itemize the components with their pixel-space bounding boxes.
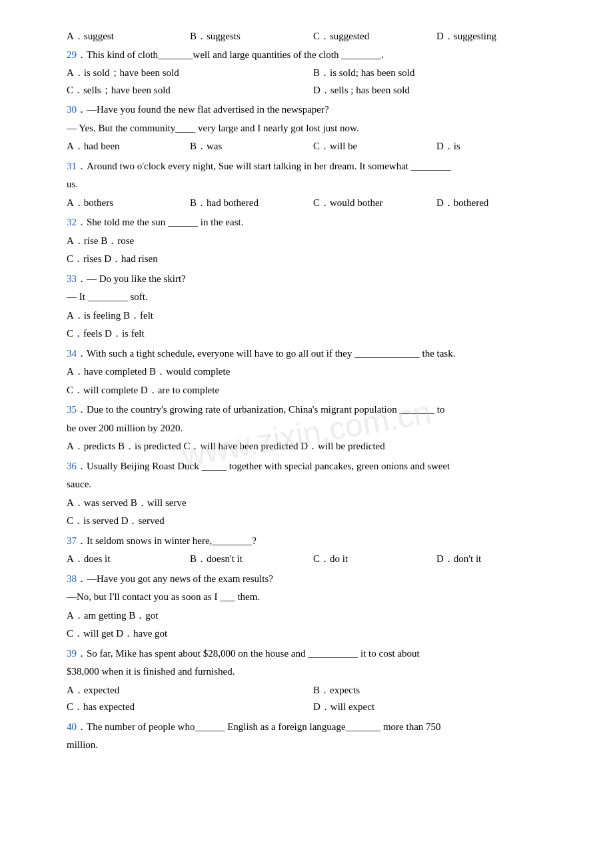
- options-row: C．feels D．is felt: [67, 325, 560, 343]
- question-text-cont: be over 200 million by 2020.: [67, 420, 560, 437]
- question-37: 37．It seldom snows in winter here,______…: [67, 533, 560, 568]
- option-item: A．rise B．rose: [67, 235, 134, 246]
- question-text: 29．This kind of cloth_______well and lar…: [67, 47, 560, 64]
- intro-options: A．suggest B．suggests C．suggested D．sugge…: [67, 28, 560, 45]
- question-text: 40．The number of people who______ Englis…: [67, 719, 560, 736]
- question-text2: — It ________ soft.: [67, 289, 560, 306]
- question-31: 31．Around two o'clock every night, Sue w…: [67, 158, 560, 212]
- options-row: A．had been B．was C．will be D．is: [67, 138, 560, 155]
- option-item: A．bothers: [67, 195, 190, 212]
- question-35: 35．Due to the country's growing rate of …: [67, 401, 560, 455]
- option-item: B．is sold; has been sold: [313, 65, 560, 82]
- option-item: D．will expect: [313, 699, 560, 716]
- option-item: B．was: [190, 138, 313, 155]
- question-text: 37．It seldom snows in winter here,______…: [67, 533, 560, 550]
- options-row: A．rise B．rose: [67, 233, 560, 250]
- options-row: A．does it B．doesn't it C．do it D．don't i…: [67, 551, 560, 568]
- option-item: A．have completed B．would complete: [67, 366, 230, 377]
- option-item: C．has expected: [67, 699, 313, 716]
- option-item: C．would bother: [313, 195, 436, 212]
- options-row: C．rises D．had risen: [67, 251, 560, 268]
- question-text-cont: million.: [67, 737, 560, 754]
- options-row: A．am getting B．got: [67, 607, 560, 625]
- option-item: C．will be: [313, 138, 436, 155]
- question-29: 29．This kind of cloth_______well and lar…: [67, 47, 560, 99]
- option-item: C．sells；have been sold: [67, 82, 313, 99]
- option-item: B．had bothered: [190, 195, 313, 212]
- option-item: C．suggested: [313, 28, 436, 45]
- question-text: 36．Usually Beijing Roast Duck _____ toge…: [67, 458, 560, 475]
- option-item: A．was served B．will serve: [67, 497, 187, 508]
- question-text: 39．So far, Mike has spent about $28,000 …: [67, 645, 560, 663]
- option-item: B．suggests: [190, 28, 313, 45]
- option-item: A．suggest: [67, 28, 190, 45]
- option-item: A．had been: [67, 138, 190, 155]
- option-item: A．is sold；have been sold: [67, 65, 313, 82]
- question-text: 35．Due to the country's growing rate of …: [67, 401, 560, 419]
- option-item: A．predicts B．is predicted C．will have be…: [67, 441, 385, 451]
- question-30: 30．—Have you found the new flat advertis…: [67, 101, 560, 155]
- option-item: A．expected: [67, 682, 313, 699]
- question-text: 30．—Have you found the new flat advertis…: [67, 101, 560, 119]
- question-text: 38．—Have you got any news of the exam re…: [67, 571, 560, 588]
- question-text-cont: us.: [67, 176, 560, 193]
- options-row: A．expected B．expects C．has expected D．wi…: [67, 682, 560, 716]
- options-row: C．will complete D．are to complete: [67, 382, 560, 399]
- option-item: D．is: [436, 138, 560, 155]
- question-33: 33．— Do you like the skirt? — It _______…: [67, 271, 560, 343]
- option-item: B．doesn't it: [190, 551, 313, 568]
- question-text2: —No, but I'll contact you as soon as I _…: [67, 589, 560, 606]
- option-item: C．rises D．had risen: [67, 253, 158, 264]
- question-text: 31．Around two o'clock every night, Sue w…: [67, 158, 560, 175]
- option-item: C．will get D．have got: [67, 628, 167, 639]
- options-row: A．bothers B．had bothered C．would bother …: [67, 195, 560, 212]
- options-row: A．was served B．will serve: [67, 495, 560, 512]
- option-item: B．expects: [313, 682, 560, 699]
- question-text-cont: sauce.: [67, 476, 560, 493]
- options-row: A．have completed B．would complete: [67, 363, 560, 381]
- option-item: D．don't it: [436, 551, 560, 568]
- question-text-cont: $38,000 when it is finished and furnishe…: [67, 663, 560, 681]
- option-item: A．is feeling B．felt: [67, 310, 153, 321]
- question-text: 33．— Do you like the skirt?: [67, 271, 560, 288]
- question-40: 40．The number of people who______ Englis…: [67, 719, 560, 754]
- question-text: 32．She told me the sun ______ in the eas…: [67, 214, 560, 231]
- question-text: 34．With such a tight schedule, everyone …: [67, 345, 560, 363]
- options-row: C．is served D．served: [67, 513, 560, 530]
- question-34: 34．With such a tight schedule, everyone …: [67, 345, 560, 399]
- options-row: A．predicts B．is predicted C．will have be…: [67, 438, 560, 455]
- option-item: C．is served D．served: [67, 515, 165, 526]
- option-item: C．will complete D．are to complete: [67, 385, 219, 395]
- option-item: D．bothered: [436, 195, 560, 212]
- question-36: 36．Usually Beijing Roast Duck _____ toge…: [67, 458, 560, 530]
- question-text2: — Yes. But the community____ very large …: [67, 120, 560, 137]
- options-row: A．is sold；have been sold B．is sold; has …: [67, 65, 560, 99]
- question-32: 32．She told me the sun ______ in the eas…: [67, 214, 560, 268]
- option-item: D．suggesting: [436, 28, 560, 45]
- options-row: A．is feeling B．felt: [67, 307, 560, 325]
- option-item: C．feels D．is felt: [67, 328, 145, 339]
- question-38: 38．—Have you got any news of the exam re…: [67, 571, 560, 643]
- option-item: A．does it: [67, 551, 190, 568]
- question-39: 39．So far, Mike has spent about $28,000 …: [67, 645, 560, 716]
- option-item: A．am getting B．got: [67, 610, 159, 621]
- option-item: C．do it: [313, 551, 436, 568]
- option-item: D．sells ; has been sold: [313, 82, 560, 99]
- options-row: C．will get D．have got: [67, 625, 560, 643]
